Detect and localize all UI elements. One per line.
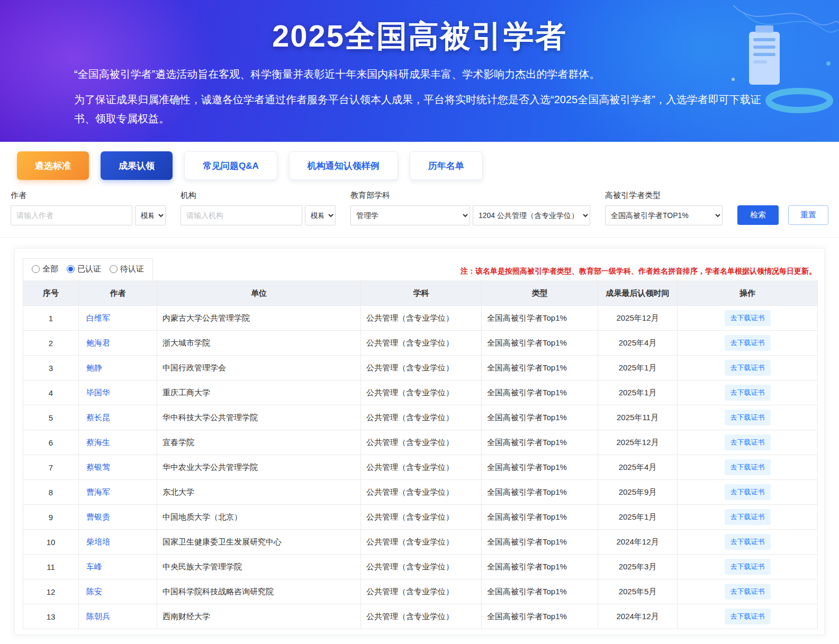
cell-action: 去下载证书	[678, 555, 818, 579]
cell-claim-time: 2025年11月	[598, 405, 678, 430]
cell-scholar-type: 全国高被引学者Top1%	[482, 555, 598, 579]
cell-scholar-type: 全国高被引学者Top1%	[482, 455, 598, 480]
author-link[interactable]: 毕国华	[86, 388, 110, 397]
cell-claim-time: 2025年12月	[598, 306, 678, 331]
cell-claim-time: 2025年4月	[598, 331, 678, 356]
table-row: 12陈安中国科学院科技战略咨询研究院公共管理（含专业学位）全国高被引学者Top1…	[23, 579, 818, 604]
nav-past-lists-button[interactable]: 历年名单	[410, 151, 483, 180]
cell-index: 13	[23, 604, 79, 629]
author-link[interactable]: 曹银贵	[86, 512, 110, 521]
cell-scholar-type: 全国高被引学者Top1%	[482, 380, 598, 405]
cell-subject: 公共管理（含专业学位）	[361, 331, 482, 356]
download-certificate-button[interactable]: 去下载证书	[725, 310, 771, 326]
author-link[interactable]: 柴培培	[86, 537, 110, 546]
subject-filter-label: 教育部学科	[350, 191, 590, 201]
org-input[interactable]	[181, 205, 302, 225]
author-link[interactable]: 鲍海君	[86, 338, 110, 347]
author-link[interactable]: 蔡银莺	[86, 462, 110, 471]
nav-selection-criteria-button[interactable]: 遴选标准	[17, 151, 89, 180]
reset-button[interactable]: 重置	[788, 205, 828, 225]
author-input[interactable]	[11, 205, 132, 225]
download-certificate-button[interactable]: 去下载证书	[725, 434, 771, 450]
cell-claim-time: 2025年1月	[598, 380, 678, 405]
table-row: 9曹银贵中国地质大学（北京）公共管理（含专业学位）全国高被引学者Top1%202…	[23, 505, 818, 530]
cell-scholar-type: 全国高被引学者Top1%	[482, 579, 598, 604]
cell-index: 10	[23, 530, 79, 555]
search-button[interactable]: 检索	[737, 205, 779, 225]
cell-organization: 内蒙古大学公共管理学院	[157, 306, 361, 331]
status-radio-verified[interactable]: 已认证	[67, 264, 101, 274]
status-radio-pending-input[interactable]	[110, 265, 118, 273]
cell-action: 去下载证书	[678, 604, 818, 629]
table-row: 3鲍静中国行政管理学会公共管理（含专业学位）全国高被引学者Top1%2025年1…	[23, 356, 818, 380]
cell-claim-time: 2025年5月	[598, 579, 678, 604]
download-certificate-button[interactable]: 去下载证书	[725, 385, 771, 401]
author-link[interactable]: 蔡海生	[86, 438, 110, 447]
subject-category-select[interactable]: 管理学	[350, 205, 470, 225]
table-row: 7蔡银莺华中农业大学公共管理学院公共管理（含专业学位）全国高被引学者Top1%2…	[23, 455, 818, 480]
cell-index: 9	[23, 505, 79, 530]
download-certificate-button[interactable]: 去下载证书	[725, 609, 771, 624]
download-certificate-button[interactable]: 去下载证书	[725, 509, 771, 525]
author-link[interactable]: 曹海军	[86, 487, 110, 496]
cell-scholar-type: 全国高被引学者Top1%	[482, 405, 598, 430]
hero-banner: 2025全国高被引学者 “全国高被引学者”遴选活动旨在客观、科学衡量并表彰近十年…	[0, 0, 839, 142]
table-row: 10柴培培国家卫生健康委卫生发展研究中心公共管理（含专业学位）全国高被引学者To…	[23, 530, 818, 555]
cell-organization: 中国行政管理学会	[157, 356, 361, 380]
cell-index: 4	[23, 380, 79, 405]
table-row: 6蔡海生宜春学院公共管理（含专业学位）全国高被引学者Top1%2025年12月去…	[23, 430, 818, 455]
cell-scholar-type: 全国高被引学者Top1%	[482, 430, 598, 455]
cell-subject: 公共管理（含专业学位）	[361, 579, 482, 604]
author-link[interactable]: 陈安	[86, 587, 102, 596]
status-radio-verified-input[interactable]	[67, 265, 75, 273]
cell-claim-time: 2025年4月	[598, 455, 678, 480]
download-certificate-button[interactable]: 去下载证书	[725, 584, 771, 600]
column-header: 单位	[157, 281, 361, 306]
status-radio-group: 全部 已认证 待认证	[23, 258, 153, 280]
download-certificate-button[interactable]: 去下载证书	[725, 459, 771, 475]
cell-author: 白维军	[79, 306, 157, 331]
subject-filter-group: 教育部学科 管理学 1204 公共管理（含专业学位）	[350, 191, 590, 225]
download-certificate-button[interactable]: 去下载证书	[725, 360, 771, 376]
cell-subject: 公共管理（含专业学位）	[361, 356, 482, 380]
download-certificate-button[interactable]: 去下载证书	[725, 335, 771, 351]
status-radio-pending[interactable]: 待认证	[110, 264, 144, 274]
subject-detail-select[interactable]: 1204 公共管理（含专业学位）	[473, 205, 590, 225]
download-certificate-button[interactable]: 去下载证书	[725, 410, 771, 425]
cell-author: 车峰	[79, 555, 157, 579]
cell-organization: 东北大学	[157, 480, 361, 505]
download-certificate-button[interactable]: 去下载证书	[725, 484, 771, 500]
author-link[interactable]: 车峰	[86, 562, 102, 571]
download-certificate-button[interactable]: 去下载证书	[725, 559, 771, 575]
author-link[interactable]: 白维军	[86, 313, 110, 322]
download-certificate-button[interactable]: 去下载证书	[725, 534, 771, 550]
cell-index: 12	[23, 579, 79, 604]
nav-result-claim-button[interactable]: 成果认领	[101, 151, 173, 180]
cell-index: 8	[23, 480, 79, 505]
table-row: 1白维军内蒙古大学公共管理学院公共管理（含专业学位）全国高被引学者Top1%20…	[23, 306, 818, 331]
author-link[interactable]: 陈朝兵	[86, 612, 110, 621]
scholar-type-select[interactable]: 全国高被引学者TOP1%	[605, 205, 723, 225]
nav-org-notice-sample-button[interactable]: 机构通知认领样例	[289, 151, 398, 180]
status-radio-all-input[interactable]	[32, 265, 40, 273]
nav-faq-button[interactable]: 常见问题Q&A	[184, 151, 277, 180]
cell-claim-time: 2025年3月	[598, 555, 678, 579]
cell-claim-time: 2024年12月	[598, 530, 678, 555]
column-header: 类型	[482, 281, 598, 306]
table-row: 4毕国华重庆工商大学公共管理（含专业学位）全国高被引学者Top1%2025年1月…	[23, 380, 818, 405]
cell-subject: 公共管理（含专业学位）	[361, 380, 482, 405]
cell-index: 2	[23, 331, 79, 356]
cell-index: 7	[23, 455, 79, 480]
cell-scholar-type: 全国高被引学者Top1%	[482, 356, 598, 380]
column-header: 序号	[23, 281, 79, 306]
table-row: 11车峰中央民族大学管理学院公共管理（含专业学位）全国高被引学者Top1%202…	[23, 555, 818, 579]
author-link[interactable]: 蔡长昆	[86, 413, 110, 422]
cell-action: 去下载证书	[678, 331, 818, 356]
author-match-mode-select[interactable]: 模糊	[135, 205, 166, 225]
cell-organization: 宜春学院	[157, 430, 361, 455]
cell-action: 去下载证书	[678, 405, 818, 430]
org-match-mode-select[interactable]: 模糊	[305, 205, 336, 225]
author-link[interactable]: 鲍静	[86, 363, 102, 372]
status-radio-all[interactable]: 全部	[32, 264, 58, 274]
table-header-row: 序号作者单位学科类型成果最后认领时间操作	[23, 281, 818, 306]
